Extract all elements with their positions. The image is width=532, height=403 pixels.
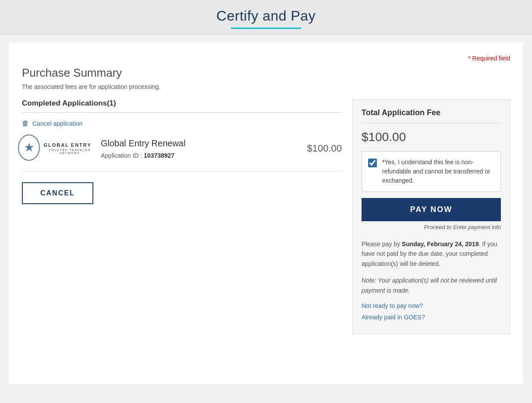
- app-id-value: 103738927: [144, 152, 174, 159]
- ge-star-icon: ★: [24, 141, 35, 154]
- app-id-label: Application ID :: [101, 152, 142, 159]
- purchase-summary-description: The associated fees are for application …: [22, 83, 510, 90]
- app-name: Global Entry Renewal: [101, 138, 298, 148]
- cancel-application-label: Cancel application: [32, 120, 82, 127]
- not-ready-link[interactable]: Not ready to pay now?: [362, 302, 501, 309]
- completed-apps-title: Completed Applications(1): [22, 99, 342, 113]
- right-panel: Total Application Fee $100.00 *Yes, I un…: [352, 99, 510, 334]
- already-paid-link[interactable]: Already paid in GOES?: [362, 314, 501, 321]
- cancel-application-link[interactable]: 🗑 Cancel application: [22, 120, 342, 127]
- proceed-text: Proceed to Enter payment info: [362, 224, 501, 230]
- non-refundable-text: Yes, I understand this fee is non-refund…: [382, 159, 490, 184]
- content-layout: Completed Applications(1) 🗑 Cancel appli…: [22, 99, 510, 334]
- page-header: Certify and Pay: [0, 0, 532, 35]
- ge-logo-text: GLOBAL ENTRY TRUSTED TRAVELER NETWORK: [43, 142, 96, 155]
- app-details: Global Entry Renewal Application ID : 10…: [101, 138, 298, 159]
- trash-icon: 🗑: [22, 120, 29, 127]
- non-refundable-checkbox-box: *Yes, I understand this fee is non-refun…: [362, 151, 501, 192]
- required-field-note: * Required field: [22, 55, 510, 62]
- non-refundable-label: *Yes, I understand this fee is non-refun…: [382, 158, 494, 185]
- non-refundable-checkbox[interactable]: [368, 159, 377, 167]
- due-date-bold: Sunday, February 24, 2019: [402, 240, 479, 247]
- total-amount: $100.00: [362, 130, 501, 144]
- app-id: Application ID : 103738927: [101, 152, 298, 159]
- application-row: ★ GLOBAL ENTRY TRUSTED TRAVELER NETWORK: [22, 134, 342, 172]
- pay-now-button[interactable]: PAY NOW: [362, 198, 501, 221]
- ge-logo-main: GLOBAL ENTRY: [43, 142, 96, 148]
- page-title: Certify and Pay: [0, 8, 532, 24]
- global-entry-logo: ★ GLOBAL ENTRY TRUSTED TRAVELER NETWORK: [22, 134, 92, 163]
- note-text: Note: Your application(s) will not be re…: [362, 276, 501, 295]
- main-content: * Required field Purchase Summary The as…: [9, 42, 523, 384]
- total-fee-title: Total Application Fee: [362, 108, 501, 123]
- ge-logo-circle: ★: [18, 134, 40, 161]
- app-price: $100.00: [307, 143, 342, 154]
- due-date-text: Please pay by Sunday, February 24, 2019.…: [362, 239, 501, 269]
- left-panel: Completed Applications(1) 🗑 Cancel appli…: [22, 99, 342, 204]
- header-underline: [231, 28, 301, 29]
- due-date-before: Please pay by: [362, 240, 402, 247]
- cancel-button[interactable]: CANCEL: [22, 182, 93, 204]
- purchase-summary-title: Purchase Summary: [22, 66, 510, 80]
